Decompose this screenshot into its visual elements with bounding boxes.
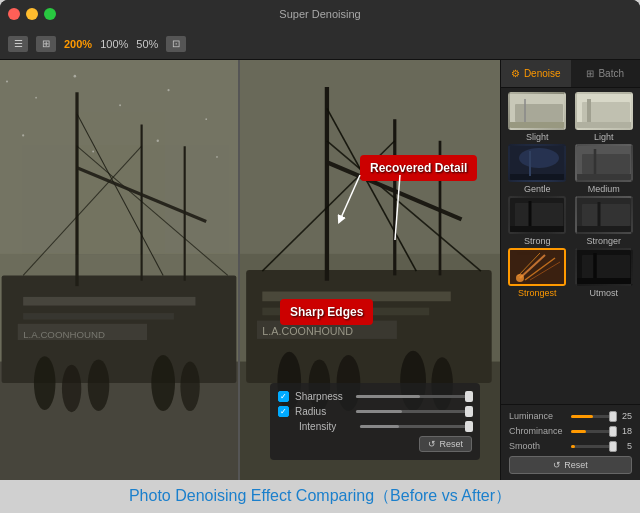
svg-rect-57: [510, 122, 566, 130]
svg-rect-26: [0, 60, 238, 480]
preset-label-gentle: Gentle: [524, 184, 551, 194]
zoom-200-button[interactable]: 200%: [64, 38, 92, 50]
chrominance-row: Chrominance 18: [509, 426, 632, 436]
luminance-label: Luminance: [509, 411, 567, 421]
svg-rect-71: [515, 203, 563, 228]
image-panels: L.A.COONHOUND: [0, 60, 500, 480]
window-title: Super Denoising: [279, 8, 360, 20]
preset-stronger[interactable]: Stronger: [572, 196, 637, 246]
batch-icon: ⊞: [586, 68, 594, 79]
panel-sliders: Luminance 25 Chrominance 18: [501, 404, 640, 480]
preset-label-slight: Slight: [526, 132, 549, 142]
svg-rect-87: [577, 278, 633, 286]
recovered-detail-callout: Recovered Detail: [360, 155, 477, 181]
svg-point-63: [519, 148, 559, 168]
caption: Photo Denoising Effect Comparing（Before …: [0, 480, 640, 513]
preset-light[interactable]: Light: [572, 92, 637, 142]
preset-slight[interactable]: Slight: [505, 92, 570, 142]
before-panel: L.A.COONHOUND: [0, 60, 238, 480]
main-area: L.A.COONHOUND: [0, 60, 640, 480]
sidebar-toggle-icon[interactable]: ☰: [8, 36, 28, 52]
preset-strong[interactable]: Strong: [505, 196, 570, 246]
preset-thumb-utmost: [575, 248, 633, 286]
main-window: Super Denoising ☰ ⊞ 200% 100% 50% ⊡: [0, 0, 640, 480]
preset-thumb-stronger: [575, 196, 633, 234]
smooth-row: Smooth 5: [509, 441, 632, 451]
reset-icon: ↺: [428, 439, 436, 449]
denoise-tab[interactable]: ⚙ Denoise: [501, 60, 571, 87]
smooth-label: Smooth: [509, 441, 567, 451]
svg-point-31: [180, 362, 199, 412]
zoom-50-button[interactable]: 50%: [136, 38, 158, 50]
reset-panel-icon: ↺: [553, 460, 561, 470]
maximize-button[interactable]: [44, 8, 56, 20]
preset-label-utmost: Utmost: [589, 288, 618, 298]
controls-overlay: Sharpness Radius: [270, 383, 480, 460]
preset-label-stronger: Stronger: [586, 236, 621, 246]
preset-thumb-medium: [575, 144, 633, 182]
close-button[interactable]: [8, 8, 20, 20]
right-panel-header: ⚙ Denoise ⊞ Batch: [501, 60, 640, 88]
intensity-label: Intensity: [299, 421, 354, 432]
preset-label-strong: Strong: [524, 236, 551, 246]
traffic-lights: [8, 8, 56, 20]
chrominance-slider[interactable]: [571, 430, 614, 433]
grid-icon[interactable]: ⊞: [36, 36, 56, 52]
svg-rect-69: [577, 174, 633, 182]
svg-rect-75: [582, 204, 630, 226]
gear-icon: ⚙: [511, 68, 520, 79]
batch-tab[interactable]: ⊞ Batch: [571, 60, 641, 87]
sharp-checkbox[interactable]: [278, 391, 289, 402]
preset-thumb-slight: [508, 92, 566, 130]
toolbar: ☰ ⊞ 200% 100% 50% ⊡: [0, 28, 640, 60]
sharp-label: Sharpness: [295, 391, 350, 402]
zoom-100-button[interactable]: 100%: [100, 38, 128, 50]
svg-point-30: [151, 355, 175, 411]
preset-thumb-gentle: [508, 144, 566, 182]
chrominance-value: 18: [618, 426, 632, 436]
svg-rect-67: [582, 154, 630, 174]
fit-icon[interactable]: ⊡: [166, 36, 186, 52]
smooth-value: 5: [618, 441, 632, 451]
preset-label-strongest: Strongest: [518, 288, 557, 298]
preset-label-medium: Medium: [588, 184, 620, 194]
svg-rect-73: [510, 226, 566, 234]
presets-grid: Slight Light: [501, 88, 640, 404]
right-panel: ⚙ Denoise ⊞ Batch: [500, 60, 640, 480]
preset-utmost[interactable]: Utmost: [572, 248, 637, 298]
preset-label-light: Light: [594, 132, 614, 142]
svg-point-83: [516, 274, 524, 282]
preset-strongest[interactable]: Strongest: [505, 248, 570, 298]
preset-medium[interactable]: Medium: [572, 144, 637, 194]
usm-control-row: Radius: [278, 406, 472, 417]
luminance-row: Luminance 25: [509, 411, 632, 421]
svg-point-29: [88, 359, 110, 411]
intensity-slider[interactable]: [360, 425, 472, 428]
titlebar: Super Denoising: [0, 0, 640, 28]
preset-thumb-strong: [508, 196, 566, 234]
after-panel: L.A.COONHOUND: [240, 60, 500, 480]
usm-checkbox[interactable]: [278, 406, 289, 417]
reset-button-small[interactable]: ↺ Reset: [419, 436, 472, 452]
svg-rect-85: [582, 255, 630, 280]
sharpness-slider[interactable]: [356, 395, 472, 398]
preset-thumb-strongest: [508, 248, 566, 286]
svg-rect-77: [577, 226, 633, 234]
usm-label: Radius: [295, 406, 350, 417]
sharp-edges-callout: Sharp Edges: [280, 299, 373, 325]
smooth-slider[interactable]: [571, 445, 614, 448]
sharp-control-row: Sharpness: [278, 391, 472, 402]
chrominance-label: Chrominance: [509, 426, 567, 436]
svg-point-28: [62, 365, 81, 412]
minimize-button[interactable]: [26, 8, 38, 20]
luminance-slider[interactable]: [571, 415, 614, 418]
caption-text: Photo Denoising Effect Comparing（Before …: [129, 486, 511, 507]
radius-slider[interactable]: [356, 410, 472, 413]
preset-gentle[interactable]: Gentle: [505, 144, 570, 194]
svg-point-27: [34, 356, 56, 410]
luminance-value: 25: [618, 411, 632, 421]
svg-rect-55: [515, 104, 563, 122]
preset-thumb-light: [575, 92, 633, 130]
intensity-control-row: Intensity: [278, 421, 472, 432]
reset-button-panel[interactable]: ↺ Reset: [509, 456, 632, 474]
